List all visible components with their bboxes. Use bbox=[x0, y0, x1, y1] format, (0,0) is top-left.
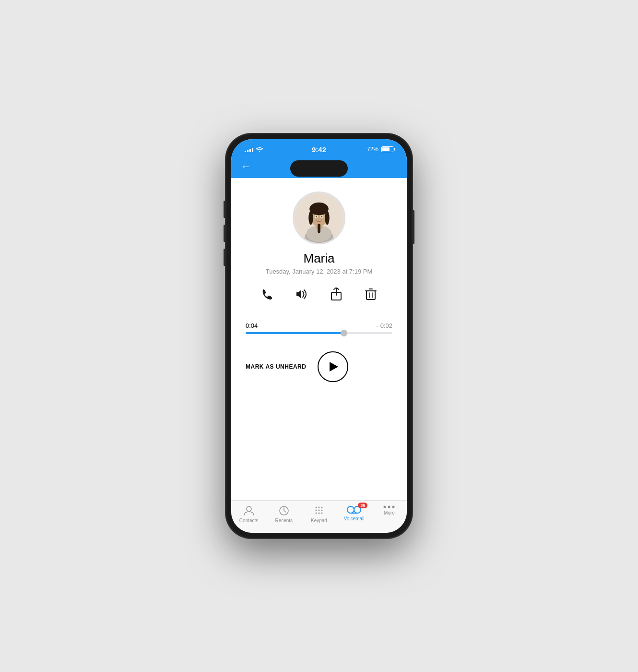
svg-point-22 bbox=[315, 507, 317, 508]
play-button[interactable] bbox=[318, 351, 348, 382]
battery-percent: 72% bbox=[367, 146, 378, 153]
remaining-time: - 0:02 bbox=[377, 322, 392, 329]
svg-point-29 bbox=[318, 513, 319, 514]
speaker-button[interactable] bbox=[293, 286, 310, 303]
delete-button[interactable] bbox=[362, 286, 379, 303]
tab-bar: Contacts Recents bbox=[231, 500, 407, 533]
phone-screen: 9:42 72% ← Voicemail bbox=[231, 139, 407, 533]
svg-point-31 bbox=[347, 506, 354, 513]
more-icon bbox=[383, 505, 395, 508]
mark-as-unheard-label[interactable]: MARK AS UNHEARD bbox=[246, 363, 306, 370]
tab-recents[interactable]: Recents bbox=[270, 505, 298, 523]
avatar-section: Maria Tuesday, January 12, 2023 at 7:19 … bbox=[266, 192, 373, 275]
dynamic-island bbox=[290, 160, 348, 177]
svg-point-7 bbox=[325, 211, 329, 225]
tab-voicemail[interactable]: 36 Voicemail bbox=[340, 505, 368, 523]
recents-tab-label: Recents bbox=[275, 518, 293, 523]
playback-section: 0:04 - 0:02 bbox=[231, 322, 407, 334]
svg-rect-8 bbox=[318, 224, 320, 233]
action-icons-row bbox=[259, 286, 379, 303]
keypad-icon bbox=[314, 505, 324, 516]
keypad-icon-wrap bbox=[314, 505, 324, 516]
back-arrow-icon: ← bbox=[241, 161, 251, 172]
tab-contacts[interactable]: Contacts bbox=[235, 505, 263, 523]
contacts-icon-wrap bbox=[243, 505, 255, 516]
wifi-icon bbox=[256, 146, 263, 152]
status-time: 9:42 bbox=[312, 145, 326, 154]
phone-outer: 9:42 72% ← Voicemail bbox=[225, 133, 413, 539]
voicemail-badge: 36 bbox=[358, 503, 367, 508]
phone-icon bbox=[260, 288, 274, 301]
avatar-image bbox=[294, 192, 344, 244]
current-time: 0:04 bbox=[246, 322, 258, 329]
trash-icon bbox=[365, 288, 377, 301]
progress-bar[interactable] bbox=[246, 332, 392, 334]
avatar bbox=[293, 192, 345, 244]
more-tab-label: More bbox=[384, 510, 395, 516]
status-bar: 9:42 72% bbox=[231, 139, 407, 156]
svg-point-35 bbox=[388, 506, 390, 508]
svg-point-20 bbox=[247, 506, 251, 511]
progress-fill bbox=[246, 332, 344, 334]
share-button[interactable] bbox=[328, 286, 345, 303]
contact-date: Tuesday, January 12, 2023 at 7:19 PM bbox=[266, 268, 373, 275]
svg-point-24 bbox=[321, 507, 322, 508]
svg-point-12 bbox=[321, 216, 322, 217]
svg-point-26 bbox=[318, 510, 319, 511]
tab-keypad[interactable]: Keypad bbox=[305, 505, 333, 523]
svg-rect-15 bbox=[366, 291, 375, 300]
status-right: 72% bbox=[367, 146, 393, 153]
signal-bars-icon bbox=[245, 146, 253, 152]
recents-icon-wrap bbox=[279, 505, 289, 516]
player-controls: MARK AS UNHEARD bbox=[231, 351, 407, 382]
voicemail-icon-wrap: 36 bbox=[347, 505, 361, 514]
contacts-icon bbox=[243, 505, 255, 516]
svg-point-36 bbox=[392, 506, 395, 508]
back-button[interactable]: ← bbox=[241, 161, 251, 172]
call-button[interactable] bbox=[259, 286, 276, 303]
svg-point-6 bbox=[308, 211, 313, 225]
play-icon bbox=[330, 362, 338, 372]
contact-name: Maria bbox=[303, 251, 334, 266]
time-row: 0:04 - 0:02 bbox=[246, 322, 392, 329]
svg-point-25 bbox=[315, 510, 317, 511]
content-area: Maria Tuesday, January 12, 2023 at 7:19 … bbox=[231, 178, 407, 500]
svg-point-27 bbox=[321, 510, 322, 511]
contacts-tab-label: Contacts bbox=[239, 518, 258, 523]
svg-point-23 bbox=[318, 507, 319, 508]
progress-thumb[interactable] bbox=[341, 330, 347, 336]
more-icon-wrap bbox=[383, 505, 395, 508]
status-left bbox=[245, 146, 263, 152]
svg-point-11 bbox=[316, 216, 317, 217]
share-icon bbox=[330, 288, 343, 301]
svg-point-34 bbox=[384, 506, 386, 508]
speaker-icon bbox=[295, 288, 309, 301]
keypad-tab-label: Keypad bbox=[311, 518, 327, 523]
svg-point-30 bbox=[321, 513, 322, 514]
svg-point-28 bbox=[315, 513, 317, 514]
voicemail-tab-label: Voicemail bbox=[344, 516, 365, 521]
battery-icon bbox=[381, 146, 393, 152]
recents-icon bbox=[279, 505, 289, 516]
tab-more[interactable]: More bbox=[375, 505, 403, 523]
